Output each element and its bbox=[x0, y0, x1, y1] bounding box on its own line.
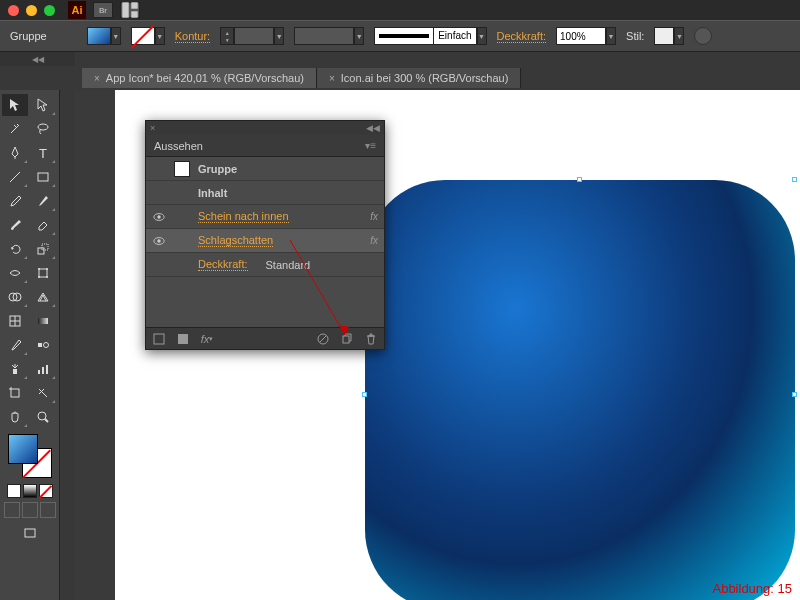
opacity-dropdown[interactable]: ▼ bbox=[606, 27, 616, 45]
blend-tool[interactable] bbox=[30, 334, 56, 356]
panel-collapse-icon[interactable]: ◀◀ bbox=[366, 123, 380, 133]
free-transform-tool[interactable] bbox=[30, 262, 56, 284]
pencil-tool[interactable] bbox=[30, 190, 56, 212]
duplicate-item-button[interactable] bbox=[340, 332, 354, 346]
document-setup-button[interactable] bbox=[694, 27, 712, 45]
rectangle-tool[interactable] bbox=[30, 166, 56, 188]
svg-rect-37 bbox=[178, 334, 188, 344]
lasso-tool[interactable] bbox=[30, 118, 56, 140]
tab-close-icon[interactable]: × bbox=[94, 73, 100, 84]
brush-sample[interactable] bbox=[374, 27, 434, 45]
style-dropdown[interactable]: ▼ bbox=[674, 27, 684, 45]
eyedropper-tool[interactable] bbox=[2, 334, 28, 356]
column-graph-tool[interactable] bbox=[30, 358, 56, 380]
panel-titlebar[interactable]: × ◀◀ bbox=[146, 121, 384, 135]
tab-close-icon[interactable]: × bbox=[329, 73, 335, 84]
window-zoom-button[interactable] bbox=[44, 5, 55, 16]
stroke-weight-dropdown[interactable]: ▼ bbox=[274, 27, 284, 45]
bridge-button[interactable]: Br bbox=[93, 2, 113, 18]
magic-wand-tool[interactable] bbox=[2, 118, 28, 140]
document-tab-2[interactable]: × Icon.ai bei 300 % (RGB/Vorschau) bbox=[317, 68, 521, 88]
visibility-toggle-icon[interactable] bbox=[152, 234, 166, 248]
perspective-grid-tool[interactable] bbox=[30, 286, 56, 308]
pen-tool[interactable] bbox=[2, 142, 28, 164]
color-mode-button[interactable] bbox=[7, 484, 21, 498]
app-icon-object[interactable] bbox=[365, 180, 795, 600]
var-width-dropdown[interactable]: ▼ bbox=[354, 27, 364, 45]
stroke-dropdown[interactable]: ▼ bbox=[155, 27, 165, 45]
stroke-swatch[interactable] bbox=[131, 27, 155, 45]
selection-handle[interactable] bbox=[792, 392, 797, 397]
scale-tool[interactable] bbox=[30, 238, 56, 260]
svg-rect-7 bbox=[38, 248, 44, 254]
paintbrush-tool[interactable] bbox=[2, 190, 28, 212]
direct-selection-tool[interactable] bbox=[30, 94, 56, 116]
appearance-object-row[interactable]: Gruppe bbox=[146, 157, 384, 181]
svg-rect-36 bbox=[154, 334, 164, 344]
var-width-profile[interactable] bbox=[294, 27, 354, 45]
opacity-input[interactable] bbox=[556, 27, 606, 45]
gradient-mode-button[interactable] bbox=[23, 484, 37, 498]
appearance-effect-row[interactable]: Schlagschatten fx bbox=[146, 229, 384, 253]
fill-stroke-indicator[interactable] bbox=[8, 434, 52, 478]
new-fill-button[interactable] bbox=[176, 332, 190, 346]
opacity-link[interactable]: Deckkraft: bbox=[198, 258, 248, 271]
shape-builder-tool[interactable] bbox=[2, 286, 28, 308]
slice-tool[interactable] bbox=[30, 382, 56, 404]
document-tab-1[interactable]: × App Icon* bei 420,01 % (RGB/Vorschau) bbox=[82, 68, 317, 88]
panel-menu-icon[interactable]: ▾≡ bbox=[365, 140, 376, 151]
line-tool[interactable] bbox=[2, 166, 28, 188]
appearance-effect-row[interactable]: Schein nach innen fx bbox=[146, 205, 384, 229]
delete-item-button[interactable] bbox=[364, 332, 378, 346]
effect-name-link[interactable]: Schlagschatten bbox=[198, 234, 273, 247]
brush-dropdown[interactable]: ▼ bbox=[477, 27, 487, 45]
visibility-toggle-icon[interactable] bbox=[152, 210, 166, 224]
tools-collapse-toggle[interactable]: ◀◀ bbox=[0, 52, 75, 66]
appearance-opacity-row[interactable]: Deckkraft: Standard bbox=[146, 253, 384, 277]
arrange-documents-button[interactable] bbox=[120, 2, 140, 18]
selection-handle[interactable] bbox=[362, 392, 367, 397]
fx-badge-icon: fx bbox=[370, 235, 378, 246]
blob-brush-tool[interactable] bbox=[2, 214, 28, 236]
selection-handle[interactable] bbox=[577, 177, 582, 182]
fill-dropdown[interactable]: ▼ bbox=[111, 27, 121, 45]
svg-rect-2 bbox=[131, 11, 137, 17]
selection-handle[interactable] bbox=[792, 177, 797, 182]
zoom-tool[interactable] bbox=[30, 406, 56, 428]
stroke-label[interactable]: Kontur: bbox=[175, 30, 210, 43]
svg-rect-9 bbox=[39, 269, 47, 277]
gradient-tool[interactable] bbox=[30, 310, 56, 332]
none-mode-button[interactable] bbox=[39, 484, 53, 498]
mesh-tool[interactable] bbox=[2, 310, 28, 332]
window-close-button[interactable] bbox=[8, 5, 19, 16]
opacity-label[interactable]: Deckkraft: bbox=[497, 30, 547, 43]
rotate-tool[interactable] bbox=[2, 238, 28, 260]
new-stroke-button[interactable] bbox=[152, 332, 166, 346]
figure-caption: Abbildung: 15 bbox=[712, 581, 792, 596]
graphic-style-swatch[interactable] bbox=[654, 27, 674, 45]
type-tool[interactable]: T bbox=[30, 142, 56, 164]
draw-inside-button[interactable] bbox=[40, 502, 56, 518]
svg-rect-40 bbox=[343, 336, 349, 343]
draw-behind-button[interactable] bbox=[22, 502, 38, 518]
stroke-weight-stepper[interactable]: ▲▼ bbox=[220, 27, 234, 45]
appearance-contents-row[interactable]: Inhalt bbox=[146, 181, 384, 205]
appearance-tab[interactable]: Aussehen bbox=[154, 140, 203, 152]
fill-swatch[interactable] bbox=[87, 27, 111, 45]
artboard-tool[interactable] bbox=[2, 382, 28, 404]
selection-tool[interactable] bbox=[2, 94, 28, 116]
window-minimize-button[interactable] bbox=[26, 5, 37, 16]
stroke-weight-input[interactable] bbox=[234, 27, 274, 45]
hand-tool[interactable] bbox=[2, 406, 28, 428]
eraser-tool[interactable] bbox=[30, 214, 56, 236]
clear-appearance-button[interactable] bbox=[316, 332, 330, 346]
svg-point-12 bbox=[38, 276, 40, 278]
draw-normal-button[interactable] bbox=[4, 502, 20, 518]
fill-indicator[interactable] bbox=[8, 434, 38, 464]
screen-mode-button[interactable] bbox=[17, 522, 43, 544]
panel-close-icon[interactable]: × bbox=[150, 123, 155, 133]
add-effect-button[interactable]: fx▾ bbox=[200, 332, 214, 346]
effect-name-link[interactable]: Schein nach innen bbox=[198, 210, 289, 223]
width-tool[interactable] bbox=[2, 262, 28, 284]
symbol-sprayer-tool[interactable] bbox=[2, 358, 28, 380]
